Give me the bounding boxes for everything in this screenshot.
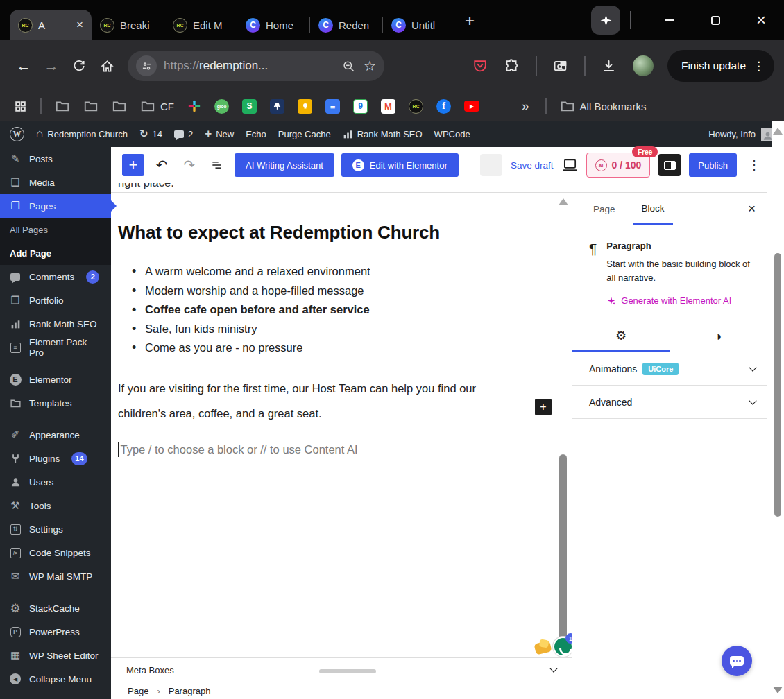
preview-button[interactable] <box>562 158 578 172</box>
sidebar-item-wp-mail-smtp[interactable]: ✉WP Mail SMTP <box>0 564 111 588</box>
bookmark-folder[interactable] <box>108 98 131 114</box>
publish-button[interactable]: Publish <box>689 153 737 177</box>
bookmark-folder[interactable] <box>79 98 103 114</box>
apps-grid-button[interactable] <box>10 100 31 113</box>
animations-panel-header[interactable]: Animations UiCore <box>572 352 767 386</box>
sidebar-item-powerpress[interactable]: PPowerPress <box>0 620 111 644</box>
page-heading[interactable]: What to expect at Redemption Church <box>118 221 544 244</box>
list-item[interactable]: Safe, fun kids ministry <box>118 320 544 339</box>
zoom-out-icon[interactable] <box>342 60 355 73</box>
minimize-button[interactable] <box>647 0 692 40</box>
body-paragraph[interactable]: If you are visiting for the first time, … <box>118 376 517 426</box>
submenu-add-page[interactable]: Add Page <box>0 241 111 265</box>
bookmark-docs[interactable]: ≡ <box>321 99 344 114</box>
pocket-button[interactable] <box>466 52 494 80</box>
profile-avatar[interactable] <box>633 55 654 76</box>
search-tabs-button[interactable] <box>547 52 574 80</box>
meta-boxes-chevron-icon[interactable] <box>549 664 557 672</box>
sidebar-item-appearance[interactable]: ✐Appearance <box>0 423 111 447</box>
bookmark-subsplash[interactable]: S <box>238 99 261 114</box>
new-content-menu[interactable]: + New <box>205 127 234 141</box>
purge-cache-menu[interactable]: Purge Cache <box>278 129 331 139</box>
sidebar-item-code-snippets[interactable]: />Code Snippets <box>0 541 111 564</box>
settings-tab[interactable]: ⚙ <box>572 321 670 352</box>
styles-tab[interactable]: ◑ <box>670 321 767 352</box>
close-settings-button[interactable]: × <box>748 193 756 225</box>
tab-home[interactable]: C Home <box>237 10 309 40</box>
bookmark-folder-cf[interactable]: CF <box>136 98 178 114</box>
redo-button[interactable]: ↷ <box>179 157 200 173</box>
sidebar-item-plugins[interactable]: Plugins14 <box>0 447 111 470</box>
sidebar-item-pages[interactable]: ❐Pages <box>0 194 111 218</box>
bookmark-star-icon[interactable]: ☆ <box>364 58 376 74</box>
new-tab-button[interactable]: + <box>465 11 475 31</box>
chat-widget-mini-icon[interactable]: 1 <box>553 637 573 657</box>
sidebar-item-posts[interactable]: ✎Posts <box>0 147 111 171</box>
downloads-button[interactable] <box>595 52 623 80</box>
all-bookmarks-button[interactable]: All Bookmarks <box>556 98 651 114</box>
sidebar-item-users[interactable]: Users <box>0 470 111 494</box>
bookmarks-overflow-chevron[interactable]: » <box>515 98 536 114</box>
list-view-button[interactable] <box>207 158 228 172</box>
bookmark-gmail[interactable]: M <box>377 99 400 114</box>
echo-menu[interactable]: Echo <box>246 129 266 139</box>
page-scrollbar[interactable] <box>772 121 784 699</box>
browser-menu-icon[interactable]: ⋮ <box>753 59 765 74</box>
save-draft-button[interactable]: Save draft <box>511 160 554 171</box>
list-item[interactable]: A warm welcome and a relaxed environment <box>118 262 544 282</box>
tab-untitled[interactable]: C Untitl <box>383 10 455 40</box>
updates-menu[interactable]: ↻ 14 <box>139 128 162 140</box>
sidebar-item-collapse-menu[interactable]: ◀Collapse Menu <box>0 667 111 691</box>
canvas-scrollbar-thumb[interactable] <box>559 454 567 648</box>
meta-boxes-drag-handle[interactable] <box>319 669 376 673</box>
tab-breaking[interactable]: RC Breaki <box>92 10 164 40</box>
meta-boxes-panel[interactable]: Meta Boxes <box>111 657 572 682</box>
wp-logo-menu[interactable]: W <box>10 127 24 141</box>
tab-page[interactable]: Page <box>593 193 615 225</box>
breadcrumb-block[interactable]: Paragraph <box>169 686 211 696</box>
url-text[interactable]: https://redemption... <box>164 59 342 73</box>
howdy-menu[interactable]: Howdy, Info <box>708 128 774 141</box>
scrollbar-thumb[interactable] <box>774 253 781 517</box>
sidebar-item-media[interactable]: ❑Media <box>0 171 111 194</box>
extensions-button[interactable] <box>498 52 526 80</box>
advanced-panel-header[interactable]: Advanced <box>572 386 767 419</box>
empty-block[interactable]: Type / to choose a block or // to use Co… <box>118 442 544 457</box>
comments-menu[interactable]: 2 <box>174 129 193 139</box>
content-ai-score-button[interactable]: ai 0 / 100 Free <box>586 153 651 178</box>
settings-sidebar-toggle[interactable] <box>658 154 681 176</box>
chat-widget-button[interactable] <box>722 646 752 676</box>
back-button[interactable]: ← <box>10 52 37 80</box>
sidebar-item-wp-sheet-editor[interactable]: ▦WP Sheet Editor <box>0 644 111 667</box>
bookmark-folder[interactable] <box>51 98 74 114</box>
add-block-button[interactable]: + <box>535 399 552 415</box>
tab-close-icon[interactable]: × <box>76 18 83 32</box>
bookmark-facebook[interactable]: f <box>432 99 455 114</box>
sidebar-item-stackcache[interactable]: ⚙StackCache <box>0 596 111 620</box>
list-item[interactable]: Come as you are - no pressure <box>118 338 544 358</box>
scroll-up-arrow[interactable] <box>773 128 783 135</box>
site-settings-chip[interactable] <box>136 55 157 76</box>
sidebar-item-settings[interactable]: ⇅Settings <box>0 517 111 541</box>
undo-button[interactable]: ↶ <box>151 157 172 173</box>
block-inserter-button[interactable]: + <box>122 154 144 176</box>
bookmark-keep[interactable] <box>293 99 316 114</box>
reload-button[interactable] <box>65 52 93 80</box>
list-item[interactable]: Modern worship and a hope-filled message <box>118 282 544 301</box>
maximize-button[interactable] <box>692 0 738 40</box>
editor-options-icon[interactable]: ⋮ <box>745 157 763 173</box>
sidebar-item-portfolio[interactable]: ❒Portfolio <box>0 288 111 312</box>
ai-writing-assistant-button[interactable]: AI Writing Assistant <box>235 153 334 177</box>
rank-math-menu[interactable]: Rank Math SEO <box>343 129 423 139</box>
canvas-scroll-up-arrow[interactable] <box>559 198 568 205</box>
tab-edit-m[interactable]: RC Edit M <box>164 10 237 40</box>
tab-block[interactable]: Block <box>633 193 673 225</box>
forward-button[interactable]: → <box>37 52 65 80</box>
bookmark-calendar[interactable]: 9 <box>349 99 372 114</box>
generate-with-elementor-ai-link[interactable]: Generate with Elementor AI <box>606 295 753 306</box>
gemini-sparkle-button[interactable] <box>591 6 620 35</box>
finish-update-button[interactable]: Finish update ⋮ <box>667 50 774 82</box>
scroll-down-arrow[interactable] <box>773 687 783 693</box>
bookmark-rc[interactable]: RC <box>404 99 427 114</box>
submenu-all-pages[interactable]: All Pages <box>0 218 111 241</box>
